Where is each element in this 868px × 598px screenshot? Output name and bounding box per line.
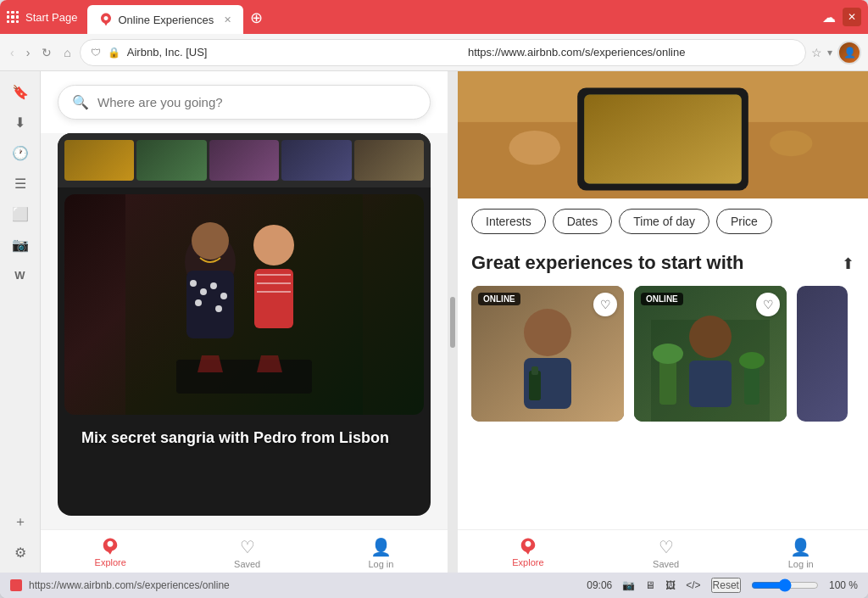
sync-icon[interactable]: ☁: [822, 9, 836, 25]
status-favicon: [10, 579, 22, 591]
filter-bar: Interests Dates Time of day Price: [458, 198, 868, 244]
svg-rect-28: [529, 371, 541, 400]
search-bar[interactable]: 🔍: [58, 85, 431, 120]
wishlist-btn-1[interactable]: ♡: [593, 293, 617, 316]
start-page-tab[interactable]: Start Page: [25, 11, 77, 24]
new-tab-button[interactable]: ⊕: [250, 8, 263, 27]
right-nav-login[interactable]: 👤 Log in: [788, 537, 814, 569]
window-close-button[interactable]: ✕: [843, 8, 861, 26]
online-badge-1: ONLINE: [478, 293, 520, 305]
wishlist-btn-2[interactable]: ♡: [756, 293, 780, 316]
video-call-mockup: Mix secret sangria with Pedro from Lisbo…: [58, 133, 431, 516]
sidebar: 🔖 ⬇ 🕐 ☰ ⬜ 📷 W ＋ ⚙: [0, 71, 41, 573]
svg-point-6: [200, 288, 207, 295]
left-panel: 🔍: [41, 71, 448, 573]
card-3-image: [797, 286, 848, 422]
left-login-label: Log in: [368, 559, 393, 569]
tab-label: Online Experiences: [118, 14, 214, 26]
right-login-label: Log in: [788, 559, 814, 569]
participant-thumb-3: [209, 140, 279, 181]
participant-thumb-5: [354, 140, 424, 181]
tab-bar: Start Page Online Experiences ✕ ⊕ ☁ ✕: [0, 0, 868, 34]
right-nav-explore[interactable]: Explore: [512, 537, 543, 569]
sidebar-download-icon[interactable]: ⬇: [7, 109, 34, 136]
forward-button[interactable]: ›: [23, 42, 34, 63]
sidebar-wikipedia-icon[interactable]: W: [7, 261, 34, 288]
experience-card-1[interactable]: ONLINE ♡: [471, 286, 624, 422]
screen-icon: 🖥: [645, 579, 655, 591]
svg-point-3: [192, 222, 229, 260]
zoom-slider[interactable]: [751, 578, 819, 592]
sidebar-tabs-icon[interactable]: ⬜: [7, 200, 34, 227]
svg-rect-21: [584, 95, 742, 184]
svg-point-23: [770, 131, 812, 156]
status-bar-right: 09:06 📷 🖥 🖼 </> Reset 100 %: [587, 578, 858, 593]
left-saved-label: Saved: [234, 559, 260, 569]
left-nav-explore[interactable]: Explore: [95, 537, 126, 569]
filter-dates[interactable]: Dates: [553, 209, 613, 234]
home-button[interactable]: ⌂: [60, 42, 74, 63]
person-icon-left: 👤: [370, 537, 392, 557]
address-bar-input[interactable]: 🛡 🔒 Airbnb, Inc. [US] https://www.airbnb…: [80, 39, 806, 66]
browser-body: 🔖 ⬇ 🕐 ☰ ⬜ 📷 W ＋ ⚙ 🔍: [0, 71, 868, 573]
main-content: 🔍: [41, 71, 868, 573]
sidebar-settings-icon[interactable]: ⚙: [7, 539, 34, 566]
address-bar-chevron[interactable]: ▾: [827, 47, 832, 59]
airbnb-explore-icon-right: [519, 537, 537, 556]
hero-scene: [458, 71, 868, 198]
back-button[interactable]: ‹: [7, 42, 18, 63]
scroll-thumb[interactable]: [450, 297, 455, 348]
sidebar-notes-icon[interactable]: ☰: [7, 170, 34, 197]
scroll-divider: [448, 71, 458, 573]
address-bar: ‹ › ↻ ⌂ 🛡 🔒 Airbnb, Inc. [US] https://ww…: [0, 34, 868, 71]
tab-close-button[interactable]: ✕: [224, 14, 231, 25]
airbnb-tab-icon: [99, 13, 113, 26]
filter-price[interactable]: Price: [716, 209, 772, 234]
grid-menu-icon[interactable]: [7, 11, 19, 23]
right-saved-label: Saved: [653, 559, 679, 569]
status-url: https://www.airbnb.com/s/experiences/onl…: [29, 579, 230, 591]
experience-cards: ONLINE ♡: [458, 286, 868, 422]
left-nav-saved[interactable]: ♡ Saved: [234, 537, 260, 569]
right-panel: Interests Dates Time of day Price Great …: [458, 71, 868, 573]
domain-label: Airbnb, Inc. [US]: [127, 46, 454, 59]
search-icon: 🔍: [72, 94, 89, 110]
share-icon[interactable]: ⬆: [842, 254, 854, 273]
left-nav-login[interactable]: 👤 Log in: [368, 537, 393, 569]
code-icon: </>: [686, 579, 700, 591]
sidebar-instagram-icon[interactable]: 📷: [7, 231, 34, 258]
participant-thumb-2: [136, 140, 206, 181]
sidebar-history-icon[interactable]: 🕐: [7, 139, 34, 166]
svg-point-38: [739, 352, 765, 369]
hero-banner: [458, 71, 868, 198]
experience-card-2[interactable]: ONLINE ♡: [634, 286, 787, 422]
bookmark-button[interactable]: ☆: [811, 46, 822, 59]
airbnb-explore-icon-left: [101, 537, 120, 556]
svg-rect-34: [689, 360, 732, 407]
heart-icon-right: ♡: [659, 537, 674, 557]
zoom-percent: 100 %: [829, 579, 858, 591]
experience-card-3[interactable]: [797, 286, 848, 422]
svg-point-5: [190, 280, 197, 287]
online-experiences-tab[interactable]: Online Experiences ✕: [87, 5, 243, 34]
right-nav-saved[interactable]: ♡ Saved: [653, 537, 679, 569]
browser-window: Start Page Online Experiences ✕ ⊕ ☁ ✕ ‹ …: [0, 0, 868, 598]
filter-time-of-day[interactable]: Time of day: [619, 209, 709, 234]
left-explore-label: Explore: [95, 557, 126, 567]
participant-thumb-1: [64, 140, 134, 181]
filter-interests[interactable]: Interests: [471, 209, 546, 234]
user-avatar[interactable]: 👤: [837, 41, 861, 64]
sidebar-add-icon[interactable]: ＋: [7, 508, 34, 535]
search-input[interactable]: [97, 95, 416, 109]
reload-button[interactable]: ↻: [38, 42, 55, 63]
status-bar-left: https://www.airbnb.com/s/experiences/onl…: [10, 579, 230, 591]
svg-point-9: [195, 299, 202, 306]
svg-point-10: [215, 305, 222, 312]
sidebar-bookmark-icon[interactable]: 🔖: [7, 78, 34, 105]
svg-rect-16: [176, 360, 312, 394]
participant-thumb-4: [281, 140, 351, 181]
lock-icon: 🔒: [108, 47, 120, 59]
url-text[interactable]: https://www.airbnb.com/s/experiences/onl…: [468, 46, 795, 59]
search-area: 🔍: [41, 71, 448, 133]
reset-button[interactable]: Reset: [711, 578, 741, 593]
